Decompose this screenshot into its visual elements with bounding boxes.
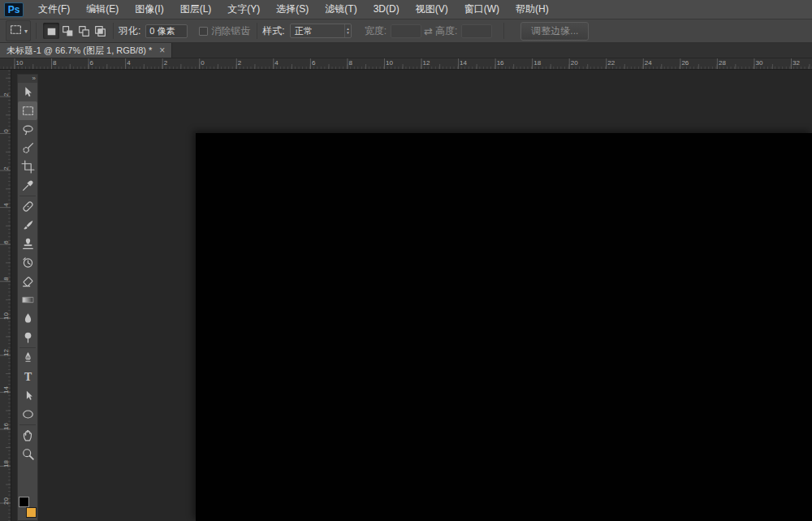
- vruler-label: 16: [2, 420, 10, 433]
- menu-item-4[interactable]: 文字(Y): [219, 0, 268, 19]
- photoshop-logo: Ps: [4, 2, 24, 17]
- lasso-tool[interactable]: [18, 120, 37, 139]
- collapse-toolbar-button[interactable]: »: [18, 75, 37, 83]
- hruler-label: 32: [793, 59, 800, 67]
- hruler-label: 26: [681, 59, 689, 67]
- brush-tool[interactable]: [18, 216, 37, 235]
- vruler-label: 6: [2, 235, 10, 248]
- document-title: 未标题-1 @ 66.7% (图层 1, RGB/8) *: [6, 45, 152, 57]
- dodge-tool[interactable]: [18, 328, 37, 347]
- menu-item-10[interactable]: 帮助(H): [508, 0, 557, 19]
- toolbar-separator: [19, 347, 36, 348]
- hruler-label: 12: [423, 59, 430, 67]
- hruler-label: 18: [533, 59, 541, 67]
- crop-tool[interactable]: [18, 157, 37, 176]
- zoom-tool[interactable]: [18, 445, 37, 463]
- app-window: Ps 文件(F)编辑(E)图像(I)图层(L)文字(Y)选择(S)滤镜(T)3D…: [0, 0, 812, 521]
- options-bar: ▾ 羽化: 0 像素 消除锯齿 样式: 正常 ▴▾ 宽度: ⇄ 高度: 调整边缘…: [0, 19, 812, 43]
- antialias-checkbox[interactable]: [199, 27, 208, 36]
- tools-panel: » T: [17, 74, 38, 521]
- hand-tool[interactable]: [18, 426, 37, 445]
- menu-item-0[interactable]: 文件(F): [30, 0, 78, 19]
- add-selection-button[interactable]: [59, 23, 76, 39]
- gradient-tool[interactable]: [18, 291, 37, 309]
- selection-mode-group: [43, 23, 108, 39]
- divider: [257, 23, 257, 39]
- hruler-label: 10: [16, 59, 24, 67]
- horizontal-ruler[interactable]: 10864202468101214161820222426283032: [0, 58, 812, 70]
- hruler-label: 8: [53, 59, 56, 67]
- move-tool[interactable]: [18, 83, 37, 101]
- vruler-label: 0: [2, 125, 10, 138]
- toolbar-separator: [19, 424, 36, 425]
- height-input[interactable]: [461, 24, 492, 38]
- foreground-color-swatch[interactable]: [19, 497, 29, 507]
- feather-input[interactable]: 0 像素: [145, 24, 188, 38]
- quick-selection-tool[interactable]: [18, 139, 37, 157]
- path-selection-tool[interactable]: [18, 386, 37, 405]
- hruler-label: 2: [164, 59, 167, 67]
- vruler-label: 4: [2, 199, 10, 212]
- menu-item-5[interactable]: 选择(S): [268, 0, 317, 19]
- divider: [113, 23, 114, 39]
- vruler-label: 10: [2, 309, 10, 322]
- menu-item-9[interactable]: 窗口(W): [456, 0, 508, 19]
- width-input[interactable]: [391, 24, 421, 38]
- hruler-label: 22: [607, 59, 615, 67]
- eraser-tool[interactable]: [18, 272, 37, 291]
- new-selection-button[interactable]: [43, 23, 59, 39]
- tool-preset-dropdown[interactable]: ▾: [6, 20, 31, 41]
- vertical-ruler[interactable]: 202468101214161820: [0, 70, 11, 521]
- vruler-label: 12: [2, 347, 10, 360]
- eyedropper-tool[interactable]: [18, 176, 37, 195]
- ellipse-tool[interactable]: [18, 405, 37, 424]
- chevron-down-icon: ▾: [24, 28, 28, 35]
- feather-label: 羽化:: [119, 24, 140, 38]
- menu-item-6[interactable]: 滤镜(T): [317, 0, 365, 19]
- menu-item-8[interactable]: 视图(V): [408, 0, 456, 19]
- toolbar-separator: [19, 196, 36, 196]
- clone-stamp-tool[interactable]: [18, 235, 37, 253]
- hruler-label: 14: [460, 59, 467, 67]
- vruler-label: 20: [2, 494, 10, 507]
- type-tool[interactable]: T: [18, 368, 37, 386]
- swap-dimensions-icon[interactable]: ⇄: [424, 25, 433, 37]
- vruler-label: 2: [2, 88, 10, 101]
- hruler-label: 4: [274, 59, 278, 67]
- stepper-icon[interactable]: ▴▾: [344, 24, 351, 37]
- menu-item-3[interactable]: 图层(L): [172, 0, 220, 19]
- style-dropdown[interactable]: 正常 ▴▾: [290, 24, 352, 38]
- document-tab[interactable]: 未标题-1 @ 66.7% (图层 1, RGB/8) * ×: [0, 43, 172, 58]
- hruler-label: 8: [348, 59, 352, 67]
- marquee-tool-icon: [9, 23, 23, 39]
- canvas-document[interactable]: [196, 133, 812, 521]
- hruler-label: 16: [497, 59, 504, 67]
- blur-tool[interactable]: [18, 309, 37, 328]
- spot-healing-brush-tool[interactable]: [18, 197, 37, 216]
- menu-item-1[interactable]: 编辑(E): [78, 0, 127, 19]
- feather-value: 0 像素: [149, 25, 175, 37]
- hruler-label: 4: [127, 59, 130, 67]
- hruler-label: 0: [201, 59, 204, 67]
- divider: [36, 23, 37, 39]
- divider: [503, 23, 504, 39]
- rectangular-marquee-tool[interactable]: [18, 101, 37, 120]
- pen-tool[interactable]: [18, 349, 37, 368]
- hruler-label: 10: [386, 59, 393, 67]
- menu-bar: Ps 文件(F)编辑(E)图像(I)图层(L)文字(Y)选择(S)滤镜(T)3D…: [0, 0, 812, 19]
- style-value: 正常: [295, 25, 313, 37]
- tab-close-icon[interactable]: ×: [159, 46, 165, 55]
- refine-edge-button[interactable]: 调整边缘...: [520, 22, 589, 41]
- width-label: 宽度:: [365, 24, 387, 38]
- history-brush-tool[interactable]: [18, 253, 37, 272]
- background-color-swatch[interactable]: [26, 507, 37, 518]
- subtract-selection-button[interactable]: [76, 23, 92, 39]
- vruler-label: 14: [2, 383, 10, 396]
- menu-item-7[interactable]: 3D(D): [365, 0, 408, 19]
- svg-text:T: T: [24, 371, 31, 383]
- vruler-label: 18: [2, 458, 10, 471]
- height-label: 高度:: [435, 24, 457, 38]
- menu-item-2[interactable]: 图像(I): [127, 0, 171, 19]
- vruler-label: 8: [2, 273, 10, 286]
- intersect-selection-button[interactable]: [92, 23, 108, 39]
